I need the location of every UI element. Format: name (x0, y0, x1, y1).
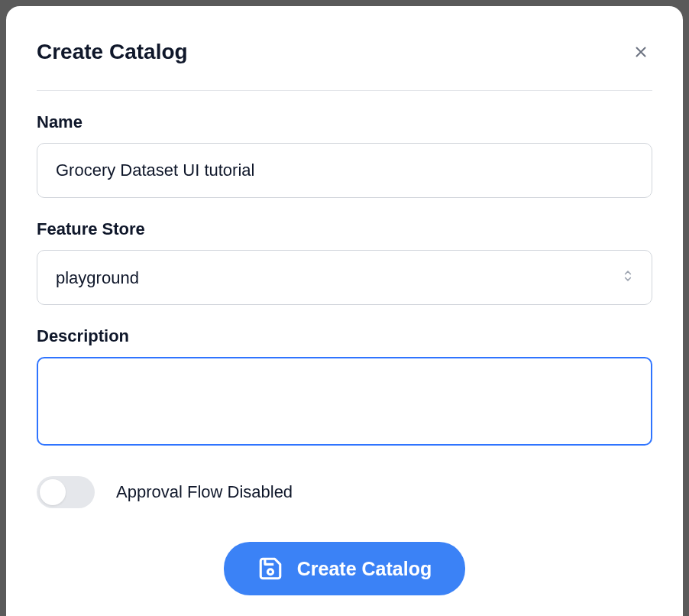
close-icon (632, 44, 649, 60)
feature-store-label: Feature Store (37, 219, 652, 239)
create-catalog-button-label: Create Catalog (297, 558, 432, 580)
save-icon (257, 556, 283, 582)
approval-flow-toggle[interactable] (37, 476, 95, 508)
feature-store-field-group: Feature Store playground (37, 219, 652, 305)
description-field-group: Description (37, 326, 652, 449)
create-catalog-modal: Create Catalog Name Feature Store playgr… (6, 6, 683, 616)
description-label: Description (37, 326, 652, 346)
name-field-group: Name (37, 112, 652, 198)
approval-flow-row: Approval Flow Disabled (37, 476, 652, 508)
name-label: Name (37, 112, 652, 132)
modal-header: Create Catalog (37, 40, 652, 91)
toggle-thumb (40, 479, 66, 505)
name-input[interactable] (37, 143, 652, 198)
modal-title: Create Catalog (37, 40, 188, 64)
submit-row: Create Catalog (37, 542, 652, 595)
feature-store-select-wrapper: playground (37, 250, 652, 305)
svg-point-0 (267, 569, 273, 575)
create-catalog-button[interactable]: Create Catalog (224, 542, 465, 595)
close-button[interactable] (629, 41, 652, 63)
approval-flow-label: Approval Flow Disabled (116, 482, 293, 502)
feature-store-select[interactable]: playground (37, 250, 652, 305)
description-textarea[interactable] (37, 357, 652, 446)
